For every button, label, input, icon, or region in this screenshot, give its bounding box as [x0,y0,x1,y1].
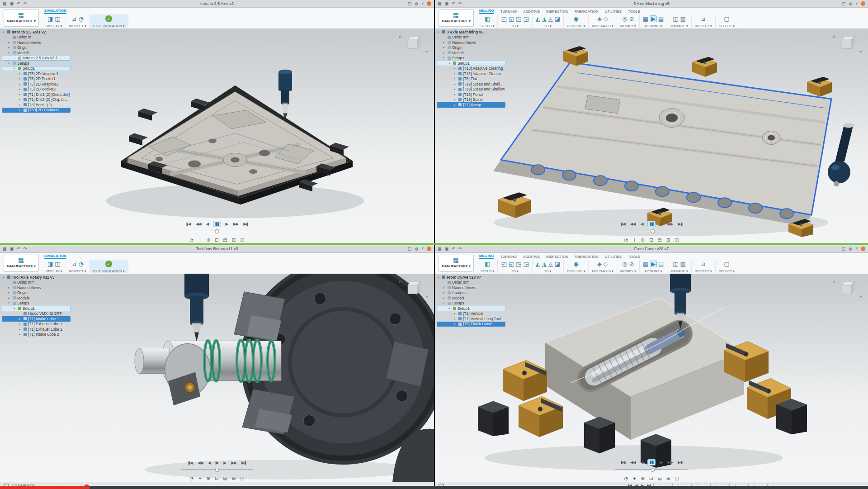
home-view-icon[interactable]: ⌂ [399,279,401,284]
tab-utilities[interactable]: UTILITIES [605,9,622,14]
disclosure-icon[interactable]: ▸ [454,87,457,91]
measure-icon[interactable]: ⊿ [72,261,77,267]
video-progress-bar[interactable] [0,486,868,489]
pan-icon[interactable]: + [632,238,636,242]
orbit-icon[interactable]: ◔ [189,476,193,481]
browser-row[interactable]: ▸Named Views [437,285,505,290]
notifications-icon[interactable]: ◍ [849,2,852,6]
ribbon-group-label[interactable]: DRILLING ▾ [567,23,585,28]
disclosure-icon[interactable]: ▸ [443,41,446,44]
browser-row[interactable]: ▸[T1] Vertical [437,311,505,317]
exit-simulation-icon[interactable]: ✓ [105,261,112,267]
redo-icon[interactable]: ↷ [24,2,27,6]
workspace-selector[interactable]: MANUFACTURE ▾ [439,255,474,272]
player-scrubber[interactable] [181,467,253,471]
app-grid-icon[interactable]: ▦ [438,247,442,251]
go-to-start-button[interactable]: ▮◀ [186,222,191,226]
ribbon-group-label[interactable]: DRILLING ▾ [567,268,585,273]
post-process-icon[interactable]: ▤ [658,16,664,22]
browser-row-machine[interactable]: Hurco VMX 42 SRTi [2,311,71,317]
disclosure-icon[interactable]: ▸ [19,328,22,331]
home-view-icon[interactable]: ⌂ [833,34,835,39]
extensions-icon[interactable]: ◳ [842,2,846,6]
face-icon[interactable]: ◳ [516,261,521,267]
browser-row[interactable]: ▸[T5] 2D Adaptive2 [2,81,71,87]
3d-steep-shallow-icon[interactable]: ◪ [555,16,560,22]
viewports-icon[interactable]: ◫ [675,238,679,242]
browser-row[interactable]: ▾Setups [437,301,505,306]
tab-fabrication[interactable]: FABRICATION [575,9,599,14]
go-to-end-button[interactable]: ▶▮ [678,222,682,226]
home-view-icon[interactable]: ⌂ [399,34,401,39]
fit-view-icon[interactable]: ⊡ [649,238,653,242]
stock-display-icon[interactable]: ◫ [55,261,60,267]
disclosure-icon[interactable]: ▸ [19,322,22,326]
tab-fabrication[interactable]: FABRICATION [575,255,599,259]
browser-row[interactable]: ▸[T1] Intake Lobe 2 [2,332,71,337]
disclosure-icon[interactable]: ▸ [443,46,446,49]
scrubber-knob[interactable] [651,229,655,233]
view-cube[interactable]: ⌂ ▾ [833,34,862,54]
notifications-icon[interactable]: ◍ [849,247,852,251]
disclosure-icon[interactable]: ▸ [19,72,22,76]
orbit-icon[interactable]: ◔ [189,238,193,242]
ribbon-group-label[interactable]: EXIT SIMULATION ▾ [93,268,125,273]
view-cube-icon[interactable] [403,34,425,54]
tab-turning[interactable]: TURNING [500,9,517,14]
disclosure-icon[interactable]: ▸ [443,291,446,294]
user-avatar[interactable] [427,247,431,251]
pause-button[interactable]: ▮▮ [648,221,655,227]
disclosure-icon[interactable]: ▸ [8,46,11,49]
toolpath-display-icon[interactable]: ◨ [47,16,53,22]
ribbon-group-label[interactable]: MULTI-AXIS ▾ [592,23,613,28]
ribbon-group-label[interactable]: 2D ▾ [511,23,518,28]
pan-icon[interactable]: + [198,238,202,242]
browser-row-intake-lobe-1[interactable]: ▸[T1] Intake Lobe 1 [2,316,71,322]
display-settings-icon[interactable]: ▤ [223,238,227,242]
ribbon-group-label[interactable]: INSPECT ▾ [69,268,86,273]
viewport-canvas[interactable]: ▾From Curve v20 v7Units: mm▸Named Views▸… [435,274,868,482]
ribbon-group-label[interactable]: MODIFY ▾ [620,268,636,273]
extensions-icon[interactable]: ◳ [842,247,846,251]
go-to-end-button[interactable]: ▶▮ [241,461,246,465]
browser-row[interactable]: ▸[T19] Steep and Shallow With St [437,81,505,87]
orbit-icon[interactable]: ◔ [624,476,628,481]
fit-view-icon[interactable]: ⊡ [649,476,653,481]
disclosure-icon[interactable]: ▸ [19,108,22,112]
view-cube[interactable]: ⌂ ▾ [833,279,862,299]
redo-icon[interactable]: ↷ [458,247,462,251]
tab-simulation[interactable]: SIMULATION [44,254,66,259]
ribbon-group-label[interactable]: INSPECT ▾ [695,268,712,273]
step-forward-button[interactable]: ▶ [660,461,663,465]
disclosure-icon[interactable]: ▾ [3,30,6,34]
browser-row[interactable]: ▸Origin [2,290,71,296]
2d-pocket-icon[interactable]: ◱ [509,16,514,22]
browser-row[interactable]: ▸Models [2,295,71,301]
help-icon[interactable]: ? [421,247,424,251]
viewport-canvas[interactable]: ▾Intro to 2.5 Axis v2Units: in▸Named Vie… [0,28,434,244]
undo-icon[interactable]: ↶ [17,2,20,6]
delete-passes-icon[interactable]: ⊘ [629,16,634,22]
browser-row[interactable]: ▸[T1] Exhaust Lobe 1 [2,322,71,327]
browser-doc-root[interactable]: ▾Tool Axis Rotary v11 v3 [2,275,71,280]
scrubber-knob[interactable] [215,468,219,472]
browser-row[interactable]: ▸[T19] Steep and Shallow [437,87,505,92]
step-forward-button[interactable]: ▶ [226,222,228,226]
disclosure-icon[interactable]: ▾ [443,56,446,60]
3d-parallel-icon[interactable]: ◬ [548,261,553,267]
go-to-end-button[interactable]: ▶▮ [678,461,682,465]
display-settings-icon[interactable]: ▤ [223,476,227,481]
redo-icon[interactable]: ↷ [24,247,27,251]
scrubber-knob[interactable] [215,229,219,233]
extensions-icon[interactable]: ◳ [408,247,412,251]
ribbon-group-label[interactable]: SETUP ▾ [481,268,495,273]
workspace-selector[interactable]: MANUFACTURE ▾ [439,9,474,27]
browser-row[interactable]: ▸[T6] Flat [437,76,505,82]
undo-icon[interactable]: ↶ [452,247,455,251]
grid-settings-icon[interactable]: ⊞ [666,238,670,242]
app-grid-icon[interactable]: ▦ [3,247,7,251]
pan-icon[interactable]: + [632,476,636,481]
trim-toolpath-icon[interactable]: ◎ [622,16,627,22]
view-cube-icon[interactable] [837,34,859,54]
3d-pocket-icon[interactable]: ◮ [542,261,547,267]
